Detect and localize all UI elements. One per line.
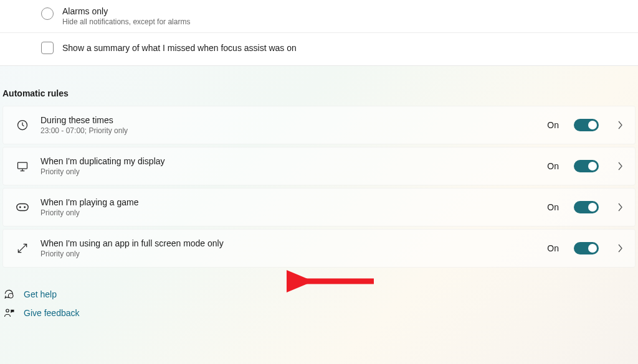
svg-rect-1 [18, 162, 27, 169]
rule-state-label: On [547, 243, 559, 253]
rule-text: When I'm playing a game Priority only [40, 197, 536, 217]
alarms-only-title: Alarms only [62, 6, 190, 16]
chevron-right-icon [616, 162, 625, 170]
rule-during-these-times[interactable]: During these times 23:00 - 07:00; Priori… [2, 106, 636, 144]
rule-title: When I'm using an app in full screen mod… [40, 238, 536, 248]
rule-subtitle: Priority only [40, 250, 536, 258]
rule-state-label: On [547, 120, 559, 130]
rule-text: When I'm duplicating my display Priority… [40, 156, 536, 176]
svg-rect-2 [17, 204, 28, 211]
rule-subtitle: Priority only [40, 167, 536, 176]
rule-title: When I'm playing a game [40, 197, 536, 207]
bottom-links: Get help Give feedback [0, 270, 638, 322]
svg-point-3 [20, 207, 21, 207]
monitor-icon [16, 159, 29, 173]
rule-text: When I'm using an app in full screen mod… [40, 238, 536, 258]
rule-subtitle: 23:00 - 07:00; Priority only [40, 126, 536, 135]
rule-title: During these times [40, 115, 536, 125]
summary-checkbox-row[interactable]: Show a summary of what I missed when foc… [0, 32, 638, 65]
svg-point-4 [24, 207, 25, 207]
rule-title: When I'm duplicating my display [40, 156, 536, 166]
alarms-only-text: Alarms only Hide all notifications, exce… [62, 6, 190, 26]
rule-fullscreen-app[interactable]: When I'm using an app in full screen mod… [2, 229, 636, 268]
get-help-link[interactable]: Get help [4, 285, 634, 304]
rule-state-label: On [547, 161, 559, 171]
rule-state-label: On [547, 202, 559, 212]
get-help-label: Get help [24, 289, 57, 299]
clock-icon [16, 118, 29, 132]
checkbox-icon [41, 42, 54, 54]
alarms-only-subtitle: Hide all notifications, except for alarm… [62, 17, 190, 26]
focus-assist-options: Alarms only Hide all notifications, exce… [0, 0, 638, 66]
automatic-rules-header: Automatic rules [0, 66, 638, 106]
radio-icon [41, 7, 54, 20]
rule-toggle[interactable] [574, 160, 599, 172]
rule-playing-game[interactable]: When I'm playing a game Priority only On [2, 188, 636, 226]
help-icon [4, 289, 15, 300]
chevron-right-icon [616, 244, 625, 253]
chevron-right-icon [616, 121, 625, 129]
summary-checkbox-label: Show a summary of what I missed when foc… [62, 43, 297, 53]
rule-duplicating-display[interactable]: When I'm duplicating my display Priority… [2, 147, 636, 185]
alarms-only-option[interactable]: Alarms only Hide all notifications, exce… [0, 0, 638, 32]
svg-point-5 [9, 294, 14, 299]
rule-toggle[interactable] [574, 242, 599, 254]
gamepad-icon [16, 200, 29, 214]
chevron-right-icon [616, 203, 625, 212]
fullscreen-icon [16, 241, 29, 255]
give-feedback-link[interactable]: Give feedback [4, 304, 634, 322]
rule-subtitle: Priority only [40, 208, 536, 217]
rules-list: During these times 23:00 - 07:00; Priori… [0, 106, 638, 268]
rule-text: During these times 23:00 - 07:00; Priori… [40, 115, 536, 135]
feedback-icon [4, 307, 15, 319]
rule-toggle[interactable] [574, 201, 599, 213]
rule-toggle[interactable] [574, 119, 599, 131]
give-feedback-label: Give feedback [24, 308, 80, 318]
svg-point-6 [6, 309, 9, 312]
